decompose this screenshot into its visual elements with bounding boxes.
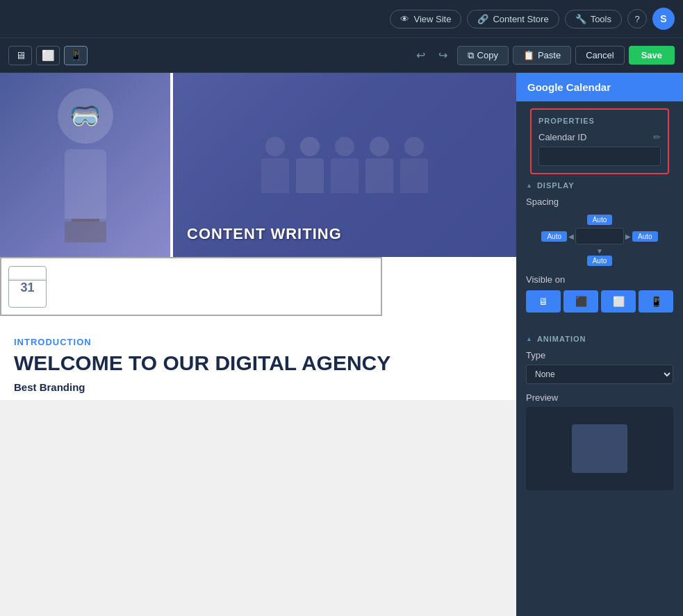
- paste-label: Paste: [538, 50, 561, 60]
- spacing-grid: Auto Auto ◀ ▶ Auto ▼ Auto: [526, 213, 673, 266]
- spacing-mid-row: Auto ◀ ▶ Auto: [541, 228, 657, 244]
- store-icon: 🔗: [477, 14, 488, 24]
- animation-type-select[interactable]: None Fade Slide Bounce: [526, 365, 673, 384]
- calendar-number: 31: [20, 281, 34, 295]
- mobile-visible-icon: 📱: [650, 296, 662, 307]
- vr-image: 🥽: [0, 73, 170, 257]
- calendar-id-row: Calendar ID ✏: [538, 132, 661, 142]
- preview-label: Preview: [526, 392, 673, 403]
- display-title-row: ▲ DISPLAY: [526, 181, 673, 190]
- user-avatar[interactable]: S: [652, 8, 675, 30]
- spacing-left-arrow: ◀: [568, 233, 574, 240]
- redo-button[interactable]: ↪: [434, 46, 453, 65]
- banner-right: CONTENT WRITING: [173, 73, 516, 257]
- page-text-section: INTRODUCTION WELCOME TO OUR DIGITAL AGEN…: [0, 316, 516, 400]
- save-button[interactable]: Save: [629, 46, 675, 65]
- spacing-bottom-badge[interactable]: Auto: [587, 256, 613, 266]
- device-mobile-button[interactable]: 📱: [64, 46, 88, 65]
- visible-label: Visible on: [526, 274, 673, 285]
- content-writing-label: CONTENT WRITING: [187, 225, 342, 243]
- calendar-widget-container: 31: [0, 257, 516, 316]
- avatar-label: S: [660, 13, 666, 24]
- desktop-visible-icon: 🖥: [538, 296, 548, 307]
- view-site-button[interactable]: 👁 View Site: [390, 10, 461, 28]
- paste-icon: 📋: [523, 50, 534, 60]
- desktop-icon: 🖥: [15, 49, 26, 61]
- type-label: Type: [526, 350, 673, 360]
- animation-block: ▲ ANIMATION Type None Fade Slide Bounce …: [516, 328, 683, 497]
- undo-icon: ↩: [416, 49, 425, 61]
- calendar-icon-box: 31: [8, 266, 47, 308]
- banner-left: 🥽: [0, 73, 170, 257]
- spacing-right-arrow: ▶: [625, 233, 631, 240]
- display-arrow: ▲: [526, 182, 533, 189]
- tablet-visible-icon: ⬛: [575, 296, 587, 307]
- tools-button[interactable]: 🔧 Tools: [565, 10, 622, 28]
- spacing-label: Spacing: [526, 197, 673, 207]
- heading-text: WELCOME TO OUR DIGITAL AGENCY: [14, 351, 502, 374]
- animation-title: ANIMATION: [537, 335, 586, 343]
- tools-icon: 🔧: [575, 14, 586, 24]
- top-bar: 👁 View Site 🔗 Content Store 🔧 Tools ? S: [0, 0, 683, 38]
- device-desktop-button[interactable]: 🖥: [8, 46, 32, 65]
- visible-mobile-button[interactable]: 📱: [639, 290, 673, 313]
- properties-title: PROPERTIES: [538, 117, 661, 125]
- calendar-widget[interactable]: 31: [0, 257, 382, 316]
- save-label: Save: [641, 50, 662, 60]
- intro-label: INTRODUCTION: [14, 337, 502, 347]
- device-tablet-button[interactable]: ⬜: [36, 46, 60, 65]
- cancel-label: Cancel: [586, 50, 614, 60]
- canvas-area: 🥽: [0, 73, 516, 616]
- eye-icon: 👁: [400, 14, 409, 24]
- spacing-top-badge[interactable]: Auto: [587, 215, 613, 225]
- display-title: DISPLAY: [537, 181, 575, 190]
- banner-overlay: CONTENT WRITING: [173, 73, 516, 257]
- visible-desktop-button[interactable]: 🖥: [526, 290, 561, 313]
- undo-redo-group: ↩ ↪: [411, 46, 453, 65]
- copy-label: Copy: [477, 50, 498, 60]
- calendar-id-label: Calendar ID: [538, 132, 586, 142]
- mobile-icon: 📱: [69, 49, 83, 62]
- spacing-down-arrow: ▼: [596, 247, 603, 255]
- calendar-id-input[interactable]: [538, 147, 661, 166]
- panel-header: Google Calendar: [516, 73, 683, 101]
- help-button[interactable]: ?: [627, 9, 647, 28]
- display-block: ▲ DISPLAY Spacing Auto Auto ◀ ▶ Auto ▼ A…: [516, 174, 683, 328]
- visible-buttons: 🖥 ⬛ ⬜ 📱: [526, 290, 673, 313]
- spacing-left-badge[interactable]: Auto: [541, 231, 567, 242]
- landscape-visible-icon: ⬜: [613, 296, 625, 307]
- visible-landscape-button[interactable]: ⬜: [601, 290, 636, 313]
- tablet-icon: ⬜: [42, 49, 55, 62]
- animation-arrow: ▲: [526, 335, 533, 342]
- toolbar: 🖥 ⬜ 📱 ↩ ↪ ⧉ Copy 📋 Paste Cancel Save: [0, 38, 683, 73]
- help-label: ?: [634, 14, 639, 24]
- content-store-button[interactable]: 🔗 Content Store: [467, 10, 559, 28]
- copy-button[interactable]: ⧉ Copy: [457, 46, 509, 65]
- sub-label: Best Branding: [14, 381, 502, 393]
- right-panel: Google Calendar PROPERTIES Calendar ID ✏…: [516, 73, 683, 616]
- undo-button[interactable]: ↩: [411, 46, 431, 65]
- redo-icon: ↪: [438, 49, 447, 61]
- cancel-button[interactable]: Cancel: [575, 46, 624, 65]
- copy-icon: ⧉: [468, 50, 474, 61]
- banner-images: 🥽: [0, 73, 516, 257]
- visible-tablet-button[interactable]: ⬛: [563, 290, 598, 313]
- spacing-right-badge[interactable]: Auto: [632, 231, 658, 242]
- edit-icon[interactable]: ✏: [653, 132, 661, 142]
- preview-box: [526, 407, 673, 490]
- paste-button[interactable]: 📋 Paste: [513, 46, 571, 65]
- properties-block: PROPERTIES Calendar ID ✏: [530, 108, 669, 174]
- spacing-top-row: Auto: [587, 213, 613, 225]
- spacing-center-box: [575, 228, 624, 244]
- properties-wrapper: PROPERTIES Calendar ID ✏: [516, 101, 683, 174]
- animation-title-row: ▲ ANIMATION: [526, 335, 673, 343]
- main-area: 🥽: [0, 73, 683, 616]
- spacing-bottom-col: ▼ Auto: [587, 247, 613, 266]
- preview-inner: [572, 424, 627, 473]
